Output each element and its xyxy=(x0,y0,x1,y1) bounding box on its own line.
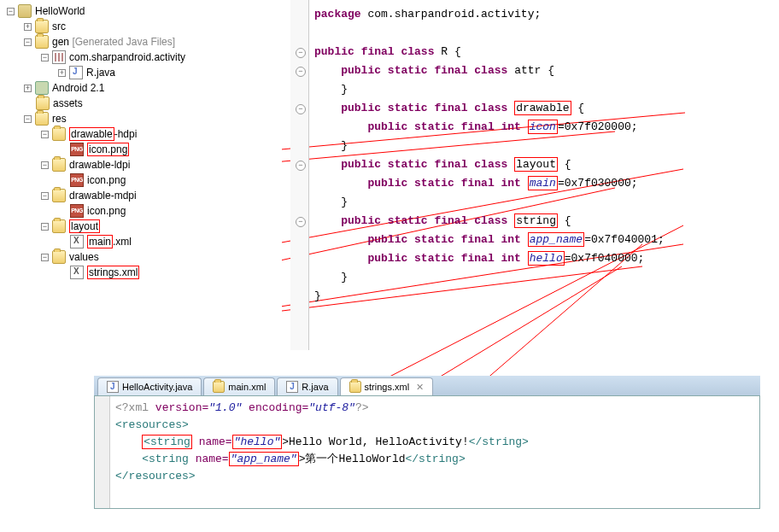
collapse-icon[interactable]: − xyxy=(7,8,15,15)
library-icon xyxy=(35,81,49,95)
src-label: src xyxy=(52,20,66,32)
expand-icon[interactable]: + xyxy=(58,69,66,77)
collapse-icon[interactable]: − xyxy=(41,161,49,169)
tree-package[interactable]: − com.sharpandroid.activity xyxy=(0,50,282,65)
project-label: HelloWorld xyxy=(35,5,85,17)
tree-drawable-hdpi[interactable]: − drawable-hdpi xyxy=(0,126,282,142)
tree-gen[interactable]: − gen [Generated Java Files] xyxy=(0,34,282,50)
tree-drawable-mdpi[interactable]: − drawable-mdpi xyxy=(0,188,282,203)
folder-icon xyxy=(52,127,66,141)
tab-main-xml[interactable]: main.xml xyxy=(203,377,275,395)
gen-suffix: [Generated Java Files] xyxy=(72,36,175,48)
android-file-icon xyxy=(349,381,361,393)
folder-icon xyxy=(52,250,66,264)
folder-icon xyxy=(52,219,66,233)
png-file-icon xyxy=(70,204,84,218)
code-layout-class: layout xyxy=(514,157,558,172)
code-appname-field: app_name xyxy=(528,232,584,247)
package-icon xyxy=(52,50,66,64)
code-hello-field: hello xyxy=(528,251,565,266)
collapse-icon[interactable]: − xyxy=(24,115,32,123)
collapse-icon[interactable]: − xyxy=(24,38,32,46)
folder-icon xyxy=(52,158,66,172)
code-main-field: main xyxy=(528,176,558,190)
package-label: com.sharpandroid.activity xyxy=(69,51,185,63)
java-file-icon xyxy=(107,381,119,393)
expand-icon[interactable]: + xyxy=(24,23,32,31)
project-icon xyxy=(18,4,32,18)
tree-res[interactable]: − res xyxy=(0,111,282,126)
android-label: Android 2.1 xyxy=(52,82,104,94)
code-icon-field: icon xyxy=(528,120,558,134)
collapse-icon[interactable]: − xyxy=(41,254,49,261)
tree-drawable-ldpi[interactable]: − drawable-ldpi xyxy=(0,157,282,172)
java-file-icon xyxy=(69,66,83,79)
tab-strings-xml[interactable]: strings.xml ✕ xyxy=(340,377,434,395)
collapse-icon[interactable]: − xyxy=(41,223,49,231)
main-xml-label: main xyxy=(87,235,113,248)
drawable-label: drawable xyxy=(69,127,114,141)
rjava-label: R.java xyxy=(86,67,115,79)
java-editor[interactable]: − − − − − package com.sharpandroid.activ… xyxy=(290,0,779,350)
tree-main-xml[interactable]: main.xml xyxy=(0,234,282,249)
tree-project[interactable]: − HelloWorld xyxy=(0,3,282,19)
close-icon[interactable]: ✕ xyxy=(416,382,424,393)
folder-icon xyxy=(36,96,50,110)
tree-icon-mdpi[interactable]: icon.png xyxy=(0,203,282,219)
bottom-editor: HelloActivity.java main.xml R.java strin… xyxy=(94,376,760,529)
gen-label: gen xyxy=(52,36,69,48)
expand-icon[interactable]: + xyxy=(24,85,32,92)
collapse-icon[interactable]: − xyxy=(41,54,49,61)
tree-icon-hdpi[interactable]: icon.png xyxy=(0,142,282,157)
icon-png-label: icon.png xyxy=(87,205,126,217)
tree-src[interactable]: + src xyxy=(0,19,282,34)
tree-layout[interactable]: − layout xyxy=(0,219,282,234)
editor-tabbar: HelloActivity.java main.xml R.java strin… xyxy=(94,376,760,396)
tree-android-lib[interactable]: + Android 2.1 xyxy=(0,80,282,96)
xml-file-icon xyxy=(70,235,84,248)
tree-rjava[interactable]: + R.java xyxy=(0,65,282,80)
values-label: values xyxy=(69,251,99,263)
png-file-icon xyxy=(70,143,84,156)
tree-icon-ldpi[interactable]: icon.png xyxy=(0,172,282,188)
project-explorer[interactable]: − HelloWorld + src − gen [Generated Java… xyxy=(0,0,282,350)
assets-label: assets xyxy=(53,97,83,109)
res-label: res xyxy=(52,113,67,125)
ldpi-label: drawable-ldpi xyxy=(69,159,130,171)
folder-icon xyxy=(35,112,49,126)
collapse-icon[interactable]: − xyxy=(41,131,49,138)
strings-xml-label: strings xyxy=(89,266,119,278)
code-drawable-class: drawable xyxy=(514,101,571,115)
tree-assets[interactable]: assets xyxy=(0,96,282,111)
tree-values[interactable]: − values xyxy=(0,249,282,265)
tab-helloactivity[interactable]: HelloActivity.java xyxy=(97,377,202,395)
tab-rjava[interactable]: R.java xyxy=(277,377,337,395)
java-file-icon xyxy=(286,381,298,393)
editor-gutter xyxy=(95,396,110,508)
mdpi-label: drawable-mdpi xyxy=(69,190,137,202)
package-folder-icon xyxy=(35,35,49,49)
png-file-icon xyxy=(70,173,84,187)
tree-strings-xml[interactable]: strings.xml xyxy=(0,265,282,280)
collapse-icon[interactable]: − xyxy=(41,192,49,200)
xml-editor[interactable]: <?xml version="1.0" encoding="utf-8"?> <… xyxy=(94,396,760,509)
xml-file-icon xyxy=(70,266,84,279)
code-string-class: string xyxy=(514,213,558,228)
android-file-icon xyxy=(213,381,225,393)
icon-png-label: icon.png xyxy=(87,174,126,186)
icon-png-label: icon.png xyxy=(87,143,129,156)
layout-folder-label: layout xyxy=(69,219,100,233)
folder-icon xyxy=(52,189,66,202)
package-folder-icon xyxy=(35,20,49,33)
